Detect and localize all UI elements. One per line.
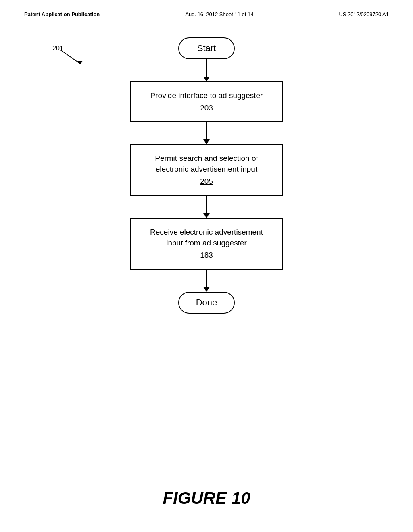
box-205: Permit search and selection of electroni…	[130, 144, 283, 196]
arrow-2	[203, 122, 210, 144]
box1-ref: 203	[143, 103, 270, 114]
header-right: US 2012/0209720 A1	[339, 11, 389, 17]
start-label: Start	[197, 43, 216, 53]
page-header: Patent Application Publication Aug. 16, …	[0, 0, 413, 21]
ref-label-201: 201	[52, 45, 63, 52]
svg-line-0	[60, 50, 81, 64]
arrow-head-3	[203, 213, 210, 218]
box3-text: Receive electronic advertisement input f…	[150, 228, 263, 247]
arrow-head-1	[203, 77, 210, 81]
arrow-line-2	[206, 122, 207, 139]
header-center: Aug. 16, 2012 Sheet 11 of 14	[185, 11, 253, 17]
box-183: Receive electronic advertisement input f…	[130, 218, 283, 270]
box-203: Provide interface to ad suggester 203	[130, 81, 283, 122]
flowchart: Start Provide interface to ad suggester …	[130, 37, 283, 314]
arrow-201-icon	[56, 48, 89, 70]
done-node: Done	[178, 292, 235, 314]
box1-text: Provide interface to ad suggester	[150, 91, 263, 100]
header-left: Patent Application Publication	[24, 11, 100, 17]
box3-ref: 183	[143, 250, 270, 261]
page: Patent Application Publication Aug. 16, …	[0, 0, 413, 532]
box2-text: Permit search and selection of electroni…	[155, 154, 258, 173]
arrow-1	[203, 59, 210, 81]
arrow-head-2	[203, 139, 210, 144]
arrow-line-1	[206, 59, 207, 77]
figure-label: FIGURE 10	[0, 488, 413, 508]
box2-ref: 205	[143, 176, 270, 187]
arrow-head-4	[203, 287, 210, 292]
arrow-3	[203, 196, 210, 218]
diagram-area: 201 Start Provide interface to ad sugges…	[0, 21, 413, 314]
arrow-line-4	[206, 270, 207, 287]
arrow-4	[203, 270, 210, 292]
arrow-line-3	[206, 196, 207, 213]
figure-label-text: FIGURE 10	[163, 488, 250, 507]
done-label: Done	[196, 297, 217, 308]
start-node: Start	[178, 37, 235, 59]
